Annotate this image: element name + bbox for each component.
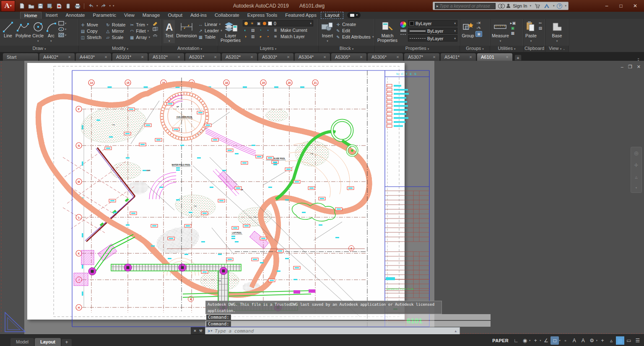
layer-freeze-icon[interactable]: ☀ xyxy=(249,21,254,26)
panel-title-properties[interactable]: Properties ▾ xyxy=(375,46,460,52)
tab-close-icon[interactable]: ✕ xyxy=(141,55,144,59)
annotation-visibility-icon[interactable]: A xyxy=(570,336,579,345)
group-selection-icon[interactable]: ▣ xyxy=(475,31,482,37)
mobile-icon[interactable] xyxy=(65,3,72,9)
search-arrow-icon[interactable]: ▸ xyxy=(435,4,439,8)
panel-title-modify[interactable]: Modify ▾ xyxy=(79,46,161,52)
base-button[interactable]: Base ▾ xyxy=(551,20,563,43)
plot-icon[interactable] xyxy=(74,3,81,9)
layer-lock-tool-icon[interactable]: ▪ xyxy=(265,28,270,32)
rotate-button[interactable]: ↻Rotate xyxy=(106,22,125,27)
file-tab-a5304[interactable]: A5304*✕ xyxy=(294,53,330,61)
lineweight-select[interactable]: ByLayer ▾ xyxy=(408,28,457,34)
chevron-down-icon[interactable]: ▾ xyxy=(559,339,560,342)
make-current-icon[interactable]: ≣ xyxy=(273,28,278,32)
linetype-select[interactable]: ByLayer ▾ xyxy=(408,35,457,42)
ribbon-tab-home[interactable]: Home xyxy=(20,12,42,19)
move-button[interactable]: ✛Move xyxy=(80,22,101,27)
insert-button[interactable]: Insert ▾ xyxy=(320,20,335,43)
edit-block-button[interactable]: ✎Edit xyxy=(336,28,374,33)
copy-button[interactable]: ▤Copy xyxy=(80,29,101,34)
layer-walk-icon[interactable]: ◕ xyxy=(258,34,263,39)
file-tab-a5307[interactable]: A5307*✕ xyxy=(404,53,440,61)
group-edit-icon[interactable]: ▫✎ xyxy=(476,26,481,30)
redo-caret-icon[interactable]: ▾ xyxy=(109,4,111,8)
create-block-button[interactable]: ✛Create xyxy=(336,22,374,27)
undo-caret-icon[interactable]: ▾ xyxy=(96,4,98,8)
file-tab-a5202[interactable]: A5202*✕ xyxy=(221,53,257,61)
offset-button[interactable] xyxy=(152,33,158,37)
units-icon[interactable]: ▵ xyxy=(607,336,615,345)
layer-lock-icon[interactable] xyxy=(263,22,266,25)
color-wheel-icon[interactable] xyxy=(400,21,407,28)
ribbon-tab-annotate[interactable]: Annotate xyxy=(62,12,88,19)
open-file-icon[interactable] xyxy=(28,3,35,9)
command-wrench-icon[interactable]: ⚒ xyxy=(199,329,203,333)
linetype-icon[interactable] xyxy=(400,33,407,36)
ribbon-tab-express-tools[interactable]: Express Tools xyxy=(244,12,281,19)
doc-close-button[interactable]: ✕ xyxy=(637,64,641,70)
layer-select[interactable]: ☀ ▣ 0 ▾ xyxy=(243,20,313,26)
command-input[interactable] xyxy=(215,328,452,334)
tab-close-icon[interactable]: ✕ xyxy=(214,55,217,59)
match-layer-button[interactable]: Match Layer xyxy=(280,34,305,39)
file-tab-a5303[interactable]: A5303*✕ xyxy=(258,53,294,61)
search-input[interactable] xyxy=(439,3,495,8)
pan-icon[interactable]: ✛ xyxy=(634,162,638,168)
polar-tracking-icon[interactable]: ◉ xyxy=(521,336,529,345)
new-file-icon[interactable] xyxy=(18,3,26,9)
layer-isolate-icon[interactable]: ◐ xyxy=(243,28,248,32)
navigation-bar[interactable]: ◎ ✛ ▵ ▾ xyxy=(631,147,642,193)
scale-button[interactable]: ▱Scale xyxy=(106,35,125,40)
quick-calc-icon[interactable]: ▦ xyxy=(510,31,515,35)
exchange-caret-icon[interactable]: ▾ xyxy=(553,4,555,8)
crosshair-icon[interactable]: + xyxy=(598,336,607,345)
ribbon-tab-output[interactable]: Output xyxy=(164,12,186,19)
save-as-icon[interactable] xyxy=(46,3,53,9)
ribbon-tab-view[interactable]: View xyxy=(120,12,138,19)
export-icon[interactable] xyxy=(55,3,62,9)
chevron-down-icon[interactable]: ▾ xyxy=(540,339,541,342)
lineweight-icon[interactable] xyxy=(400,29,407,32)
ribbon-tab-manage[interactable]: Manage xyxy=(139,12,164,19)
help-icon[interactable]: ? xyxy=(557,3,562,9)
dimension-button[interactable]: Dimension xyxy=(176,20,197,38)
chevron-down-icon[interactable]: ▾ xyxy=(37,39,39,43)
tab-overflow-icon[interactable]: ⌄⌄ xyxy=(637,57,640,61)
close-button[interactable]: ✕ xyxy=(629,2,641,10)
layer-color-swatch[interactable] xyxy=(268,21,272,26)
command-prompt-icon[interactable]: >▾ xyxy=(208,329,212,333)
mirror-button[interactable]: △Mirror xyxy=(106,29,125,34)
tab-close-icon[interactable]: ✕ xyxy=(433,55,436,59)
model-tab[interactable]: Model xyxy=(10,338,34,346)
erase-button[interactable] xyxy=(152,21,158,26)
tab-close-icon[interactable]: ✕ xyxy=(323,55,326,59)
chevron-down-icon[interactable]: ▾ xyxy=(529,339,530,342)
annotation-autoscale-icon[interactable]: A xyxy=(579,336,587,345)
explode-button[interactable] xyxy=(152,27,158,31)
hatch-tool-button[interactable]: ▾ xyxy=(58,33,67,37)
paper-model-toggle[interactable]: PAPER xyxy=(489,337,512,344)
sign-in-button[interactable]: Sign In xyxy=(513,3,527,8)
selection-cycling-icon[interactable]: ▫ xyxy=(561,336,570,345)
text-button[interactable]: A Text ▾ xyxy=(164,20,175,43)
doc-restore-button[interactable]: ❐ xyxy=(628,64,632,70)
file-tab-a5305[interactable]: A5305*✕ xyxy=(331,53,367,61)
object-snap-icon[interactable]: □ xyxy=(551,336,559,345)
layer-freeze-tool-icon[interactable]: ◔ xyxy=(258,28,263,32)
file-tab-a4402[interactable]: A4402*✕ xyxy=(39,53,75,61)
file-tab-a5306[interactable]: A5306*✕ xyxy=(367,53,403,61)
chevron-down-icon[interactable]: ▾ xyxy=(50,39,52,43)
layout-tab[interactable]: Layout xyxy=(35,338,61,346)
cut-icon[interactable]: ✂ xyxy=(538,21,543,25)
object-color-select[interactable]: ByLayer ▾ xyxy=(408,20,457,26)
ribbon-tab-featured-apps[interactable]: Featured Apps xyxy=(281,12,320,19)
panel-title-utilities[interactable]: Utilities ▾ xyxy=(490,46,523,52)
panel-title-groups[interactable]: Groups ▾ xyxy=(460,46,490,52)
file-tab-a5201[interactable]: A5201*✕ xyxy=(185,53,221,61)
file-tab-a4403[interactable]: A4403*✕ xyxy=(75,53,112,61)
dynamic-input-icon[interactable]: ∠ xyxy=(542,336,550,345)
tab-close-icon[interactable]: ✕ xyxy=(177,55,180,59)
app-menu-button[interactable]: A▾ xyxy=(1,0,15,12)
layer-on-icon[interactable] xyxy=(244,22,248,25)
